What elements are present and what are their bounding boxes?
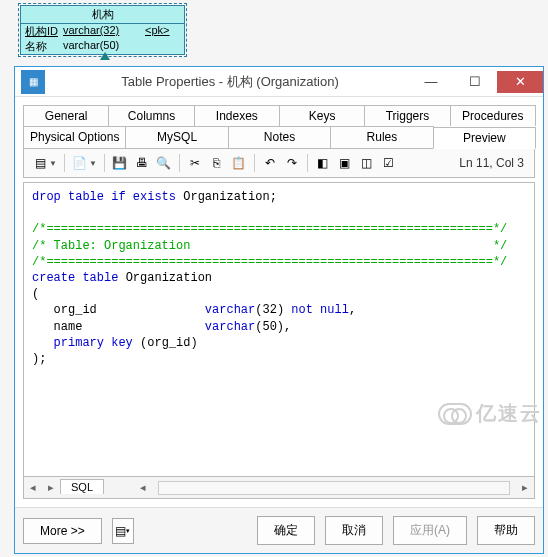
quick-menu-button[interactable]: ▤▾ [112, 518, 134, 544]
er-relationship-arrow [100, 52, 110, 60]
tab-general[interactable]: General [23, 105, 109, 126]
minimize-button[interactable]: — [409, 71, 453, 93]
print-icon[interactable]: 🖶 [132, 153, 152, 173]
scroll-left-icon[interactable]: ◂ [134, 481, 152, 494]
editor-wrap: drop table if exists Organization; /*===… [23, 182, 535, 499]
tab-notes[interactable]: Notes [228, 126, 331, 148]
tab-columns[interactable]: Columns [108, 105, 194, 126]
find-icon[interactable]: 🔍 [154, 153, 174, 173]
cursor-position: Ln 11, Col 3 [459, 156, 528, 170]
tool-icon[interactable]: ◫ [357, 153, 377, 173]
tab-procedures[interactable]: Procedures [450, 105, 536, 126]
table-properties-dialog: ▦ Table Properties - 机构 (Organization) —… [14, 66, 544, 554]
more-button[interactable]: More [23, 518, 102, 544]
tool-icon[interactable]: ▣ [335, 153, 355, 173]
tab-area: General Columns Indexes Keys Triggers Pr… [15, 97, 543, 148]
er-entity-box[interactable]: 机构 机构ID varchar(32) <pk> 名称 varchar(50) [20, 5, 185, 55]
ok-button[interactable]: 确定 [257, 516, 315, 545]
button-bar: More ▤▾ 确定 取消 应用(A) 帮助 [15, 507, 543, 553]
redo-icon[interactable]: ↷ [282, 153, 302, 173]
save-icon[interactable]: 💾 [110, 153, 130, 173]
tab-keys[interactable]: Keys [279, 105, 365, 126]
sql-editor[interactable]: drop table if exists Organization; /*===… [24, 183, 534, 476]
table-icon: ▦ [21, 70, 45, 94]
copy-icon[interactable]: ⎘ [207, 153, 227, 173]
tab-row-1: General Columns Indexes Keys Triggers Pr… [23, 105, 535, 126]
tab-mysql[interactable]: MySQL [125, 126, 228, 148]
tab-next-icon[interactable]: ▸ [42, 481, 60, 494]
tab-indexes[interactable]: Indexes [194, 105, 280, 126]
horizontal-scrollbar[interactable] [158, 481, 510, 495]
paste-icon[interactable]: 📋 [229, 153, 249, 173]
new-icon[interactable]: 📄 [70, 153, 90, 173]
document-tabs: ◂ ▸ SQL ◂ ▸ [24, 476, 534, 498]
er-entity-title: 机构 [21, 6, 184, 24]
er-col-key: <pk> [145, 24, 169, 39]
properties-icon[interactable]: ▤ [30, 153, 50, 173]
maximize-button[interactable]: ☐ [453, 71, 497, 93]
doc-tab-sql[interactable]: SQL [60, 479, 104, 494]
tool-icon[interactable]: ◧ [313, 153, 333, 173]
close-button[interactable]: ✕ [497, 71, 543, 93]
toolbar: ▤▼ 📄▼ 💾 🖶 🔍 ✂ ⎘ 📋 ↶ ↷ ◧ ▣ ◫ ☑ Ln 11, Col… [23, 148, 535, 178]
dialog-title: Table Properties - 机构 (Organization) [51, 73, 409, 91]
cut-icon[interactable]: ✂ [185, 153, 205, 173]
er-col-name: 机构ID [25, 24, 63, 39]
tab-row-2: Physical Options MySQL Notes Rules Previ… [23, 126, 535, 148]
tool-icon[interactable]: ☑ [379, 153, 399, 173]
tab-physical-options[interactable]: Physical Options [23, 126, 126, 148]
titlebar[interactable]: ▦ Table Properties - 机构 (Organization) —… [15, 67, 543, 97]
er-row: 机构ID varchar(32) <pk> [21, 24, 184, 39]
er-col-type: varchar(32) [63, 24, 145, 39]
tab-preview[interactable]: Preview [433, 127, 536, 149]
cancel-button[interactable]: 取消 [325, 516, 383, 545]
dropdown-icon[interactable]: ▼ [89, 159, 97, 168]
undo-icon[interactable]: ↶ [260, 153, 280, 173]
scroll-right-icon[interactable]: ▸ [516, 481, 534, 494]
tab-prev-icon[interactable]: ◂ [24, 481, 42, 494]
help-button[interactable]: 帮助 [477, 516, 535, 545]
er-col-name: 名称 [25, 39, 63, 54]
apply-button[interactable]: 应用(A) [393, 516, 467, 545]
tab-triggers[interactable]: Triggers [364, 105, 450, 126]
tab-rules[interactable]: Rules [330, 126, 433, 148]
dropdown-icon[interactable]: ▼ [49, 159, 57, 168]
